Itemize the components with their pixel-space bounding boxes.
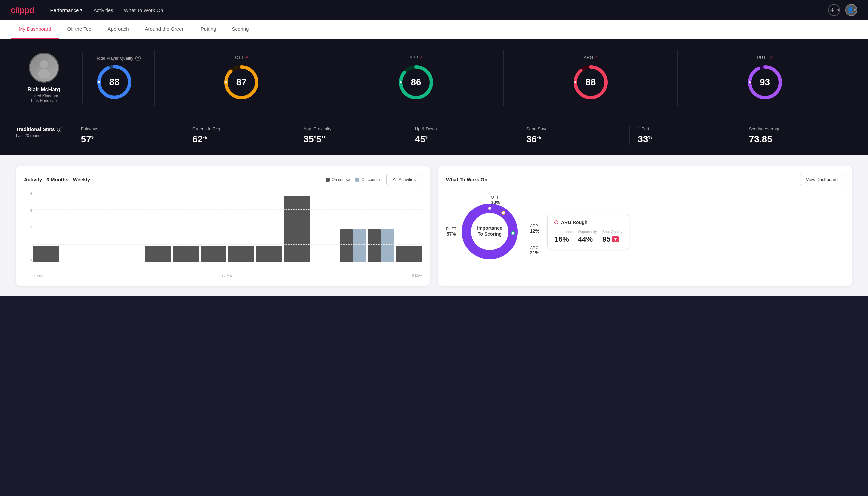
what-to-work-on-card: What To Work On View Dashboard PUTT 57% … (438, 166, 852, 286)
arg-opportunity: Opportunity 44% (578, 230, 597, 244)
wtwo-card-header: What To Work On View Dashboard (446, 174, 844, 185)
bar-empty (102, 262, 115, 262)
tab-putting[interactable]: Putting (192, 20, 224, 38)
bar-group (284, 196, 311, 262)
all-activities-button[interactable]: All Activities (386, 174, 422, 185)
tab-my-dashboard[interactable]: My Dashboard (11, 20, 59, 38)
putt-label: PUTT 57% (446, 227, 456, 236)
arg-card-title: ARG Rough (554, 219, 622, 225)
bar-off-course[interactable] (381, 229, 394, 262)
bar-on-course[interactable] (396, 246, 422, 262)
tab-approach[interactable]: Approach (99, 20, 137, 38)
svg-point-13 (574, 81, 577, 83)
player-handicap: Plus Handicap (27, 98, 60, 103)
total-quality-gauge: 88 (96, 64, 132, 100)
gauge-arg: ARG ↗ 88 (503, 50, 678, 106)
stat-app-proximity: App. Proximity 35'5" (296, 126, 407, 144)
down-badge: ▼ (612, 236, 619, 242)
stat-sand-save: Sand Save 36% (518, 126, 630, 144)
bar-on-course[interactable] (145, 246, 171, 262)
bar-group (145, 246, 171, 262)
bar-on-course[interactable] (368, 229, 381, 262)
player-country: United Kingdom (27, 94, 60, 98)
tab-around-the-green[interactable]: Around the Green (137, 20, 192, 38)
view-dashboard-button[interactable]: View Dashboard (800, 174, 844, 185)
bar-group (341, 229, 366, 262)
legend-off-course-dot (356, 177, 359, 182)
bar-on-course[interactable] (201, 246, 227, 262)
player-avatar (29, 52, 59, 83)
arg-info-card: ARG Rough Importance 16% Opportunity 44%… (547, 214, 629, 249)
bar-on-course[interactable] (341, 229, 353, 262)
add-button[interactable]: ＋ ▾ (828, 4, 840, 16)
svg-point-10 (399, 81, 402, 83)
y-axis: 4 3 2 1 0 (24, 191, 32, 262)
bar-off-course[interactable] (353, 229, 366, 262)
chevron-down-icon: ▾ (80, 7, 83, 13)
ott-score: 87 (236, 77, 247, 88)
svg-text:To Scoring: To Scoring (478, 231, 502, 236)
nav-right: ＋ ▾ 👤 ▾ (828, 4, 857, 16)
app-score: 86 (411, 77, 421, 88)
bar-on-course[interactable] (256, 246, 282, 262)
legend-on-course: On course (326, 177, 350, 182)
bar-group (89, 262, 115, 262)
nav-activities[interactable]: Activities (93, 7, 113, 13)
donut-area: PUTT 57% OTT 10% APP 12% ARG 21% (446, 191, 844, 272)
logo[interactable]: clippd (11, 5, 34, 15)
tab-scoring[interactable]: Scoring (224, 20, 257, 38)
activity-card: Activity - 3 Months - Weekly On course O… (16, 166, 430, 286)
app-label: APP 12% (530, 223, 539, 233)
stat-scoring-avg: Scoring Average 73.85 (741, 126, 852, 144)
donut-svg: Importance To Scoring (460, 202, 520, 262)
trend-up-icon: ↗ (594, 55, 597, 60)
nav-what-to-work-on[interactable]: What To Work On (124, 7, 163, 13)
bar-on-course[interactable] (284, 196, 311, 262)
user-avatar-button[interactable]: 👤 ▾ (845, 4, 857, 16)
gauge-ott: OTT ↗ 87 (154, 50, 329, 106)
chevron-down-icon: ▾ (837, 8, 839, 12)
arg-label: ARG 21% (530, 246, 539, 255)
tab-bar: My Dashboard Off the Tee Approach Around… (0, 20, 868, 39)
tab-off-the-tee[interactable]: Off the Tee (59, 20, 99, 38)
arg-metrics: Importance 16% Opportunity 44% Shot Qual… (554, 230, 622, 244)
stat-up-and-down: Up & Down 45% (407, 126, 518, 144)
gauge-app: APP ↗ 86 (329, 50, 503, 106)
putt-score: 93 (760, 77, 770, 88)
help-icon[interactable]: ? (135, 56, 141, 61)
help-icon[interactable]: ? (57, 127, 62, 132)
gauge-putt: PUTT ↗ 93 (678, 50, 852, 106)
svg-text:Importance: Importance (477, 225, 502, 231)
bar-empty (130, 262, 143, 262)
chevron-down-icon: ▾ (854, 8, 856, 12)
total-quality-score: 88 (109, 77, 119, 87)
logo-text: clippd (11, 5, 34, 15)
top-navigation: clippd Performance ▾ Activities What To … (0, 0, 868, 20)
bar-group (173, 246, 199, 262)
bar-group (396, 246, 422, 262)
nav-links: Performance ▾ Activities What To Work On (50, 7, 828, 13)
x-axis: 7 Feb 28 Mar 9 May (24, 274, 422, 278)
legend-off-course: Off course (356, 177, 380, 182)
chart-legend: On course Off course (326, 177, 380, 182)
svg-point-1 (38, 69, 50, 78)
svg-point-16 (748, 81, 751, 83)
plus-icon: ＋ (829, 5, 836, 15)
bar-group (33, 246, 59, 262)
bar-chart: 4 3 2 1 0 (24, 191, 422, 272)
bar-on-course[interactable] (228, 246, 254, 262)
svg-point-0 (40, 60, 48, 68)
nav-performance[interactable]: Performance ▾ (50, 7, 83, 13)
bar-on-course[interactable] (33, 246, 59, 262)
trend-up-icon: ↗ (420, 55, 423, 60)
traditional-stats-row: Traditional Stats ? Last 20 rounds Fairw… (16, 117, 852, 144)
player-name: Blair McHarg (27, 87, 60, 93)
lower-section: Activity - 3 Months - Weekly On course O… (0, 155, 868, 296)
legend-on-course-dot (326, 177, 330, 182)
user-icon: 👤 (847, 6, 854, 14)
bar-on-course[interactable] (173, 246, 199, 262)
hero-section: Blair McHarg United Kingdom Plus Handica… (0, 39, 868, 155)
arg-indicator-dot (554, 220, 558, 224)
bar-group (228, 246, 254, 262)
bar-group (61, 262, 87, 262)
